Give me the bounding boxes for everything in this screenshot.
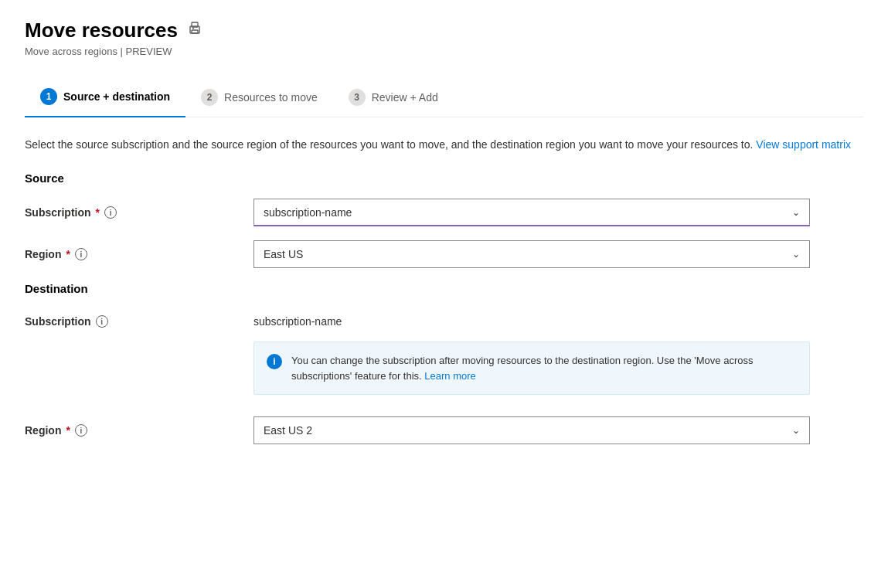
svg-rect-2 [192, 30, 198, 33]
view-support-matrix-link[interactable]: View support matrix [756, 138, 851, 151]
source-region-control: East US ⌄ [253, 240, 810, 268]
step-3[interactable]: 3 Review + Add [333, 80, 454, 117]
destination-region-control: East US 2 ⌄ [253, 416, 810, 444]
page-subtitle: Move across regions | PREVIEW [25, 46, 863, 57]
destination-region-info-icon[interactable]: i [75, 424, 87, 437]
step-1-label: Source + destination [63, 90, 170, 103]
destination-subscription-value: subscription-name [253, 309, 810, 334]
source-subscription-label: Subscription * i [25, 206, 241, 219]
source-region-chevron[interactable]: ⌄ [783, 249, 809, 260]
step-2-label: Resources to move [224, 91, 318, 104]
step-1[interactable]: 1 Source + destination [25, 79, 185, 117]
svg-rect-3 [192, 28, 194, 29]
destination-subscription-label: Subscription i [25, 309, 241, 328]
destination-section-title: Destination [25, 282, 863, 295]
destination-subscription-row: Subscription i subscription-name i You c… [25, 309, 863, 403]
step-3-circle: 3 [349, 89, 366, 106]
source-subscription-row: Subscription * i subscription-name ⌄ [25, 199, 863, 226]
step-2-circle: 2 [201, 89, 218, 106]
destination-region-required: * [66, 424, 70, 437]
source-region-value: East US [254, 248, 783, 260]
page-title: Move resources [25, 19, 178, 42]
source-region-required: * [66, 248, 70, 260]
main-container: Move resources Move across regions | PRE… [0, 0, 888, 588]
source-subscription-value: subscription-name [254, 206, 783, 219]
destination-region-row: Region * i East US 2 ⌄ [25, 416, 863, 444]
destination-info-box: i You can change the subscription after … [253, 342, 810, 395]
info-box-text: You can change the subscription after mo… [291, 353, 797, 383]
destination-region-select[interactable]: East US 2 ⌄ [253, 416, 810, 444]
destination-region-chevron[interactable]: ⌄ [783, 425, 809, 436]
step-3-label: Review + Add [372, 91, 438, 104]
destination-region-label: Region * i [25, 424, 241, 437]
destination-region-value: East US 2 [254, 424, 783, 437]
learn-more-link[interactable]: Learn more [424, 370, 475, 382]
source-subscription-chevron[interactable]: ⌄ [783, 207, 809, 218]
steps-nav: 1 Source + destination 2 Resources to mo… [25, 79, 863, 117]
step-1-circle: 1 [40, 88, 57, 105]
source-subscription-select[interactable]: subscription-name ⌄ [253, 199, 810, 226]
destination-subscription-col: subscription-name i You can change the s… [253, 309, 810, 403]
step-2[interactable]: 2 Resources to move [185, 80, 333, 117]
source-region-label: Region * i [25, 248, 241, 260]
source-region-row: Region * i East US ⌄ [25, 240, 863, 268]
source-region-select[interactable]: East US ⌄ [253, 240, 810, 268]
print-icon[interactable] [187, 21, 202, 40]
source-section-title: Source [25, 172, 863, 185]
source-region-info-icon[interactable]: i [75, 248, 87, 260]
source-subscription-info-icon[interactable]: i [104, 206, 117, 219]
destination-subscription-info-icon[interactable]: i [96, 315, 108, 328]
source-subscription-required: * [96, 206, 100, 219]
info-box-icon: i [267, 354, 282, 369]
source-subscription-control: subscription-name ⌄ [253, 199, 810, 226]
description-text: Select the source subscription and the s… [25, 136, 863, 153]
